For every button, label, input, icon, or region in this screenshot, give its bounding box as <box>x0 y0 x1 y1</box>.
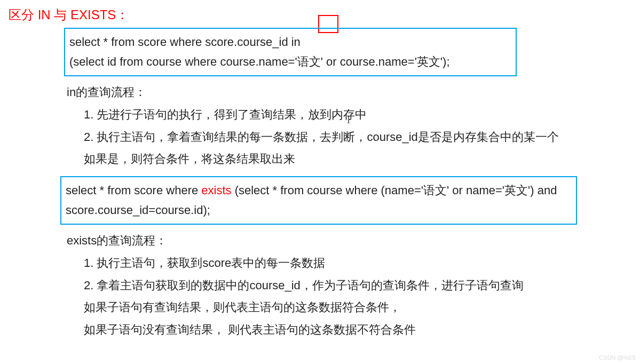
exists-step-4: 如果子语句没有查询结果， 则代表主语句的这条数据不符合条件 <box>67 319 579 341</box>
keyword-exists: exists <box>201 184 231 197</box>
code-block-in: select * from score where score.course_i… <box>64 28 517 76</box>
in-step-1: 1. 先进行子语句的执行，得到了查询结果，放到内存中 <box>67 104 579 126</box>
watermark-footer: CSDN @%E5 <box>599 354 636 361</box>
in-step-2: 2. 执行主语句，拿着查询结果的每一条数据，去判断，course_id是否是内存… <box>67 126 579 148</box>
in-step-3: 如果是，则符合条件，将这条结果取出来 <box>67 148 579 170</box>
code-text: select * from score where <box>66 184 201 197</box>
exists-heading: exists的查询流程： <box>67 230 579 252</box>
code-block-exists: select * from score where exists (select… <box>60 176 577 225</box>
exists-step-2: 2. 拿着主语句获取到的数据中的course_id，作为子语句的查询条件，进行子… <box>67 274 579 297</box>
code-text: (select id from course where course.name… <box>69 55 450 68</box>
exists-step-1: 1. 执行主语句，获取到score表中的每一条数据 <box>67 252 579 274</box>
code-text: select * from score where score.course_i… <box>69 35 291 49</box>
exists-step-3: 如果子语句有查询结果，则代表主语句的这条数据符合条件， <box>67 296 579 319</box>
text-cursor-icon: I <box>347 115 350 126</box>
keyword-in: in <box>291 35 301 49</box>
doc-title: 区分 IN 与 EXISTS： <box>9 6 129 23</box>
in-heading: in的查询流程： <box>67 81 579 104</box>
exists-flow-section: exists的查询流程： 1. 执行主语句，获取到score表中的每一条数据 2… <box>67 230 579 341</box>
in-flow-section: in的查询流程： 1. 先进行子语句的执行，得到了查询结果，放到内存中 2. 执… <box>67 81 579 170</box>
